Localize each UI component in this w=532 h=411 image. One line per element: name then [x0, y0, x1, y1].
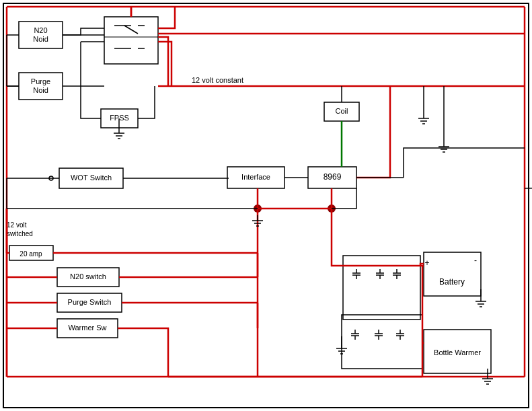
- wiring-diagram: [0, 0, 532, 411]
